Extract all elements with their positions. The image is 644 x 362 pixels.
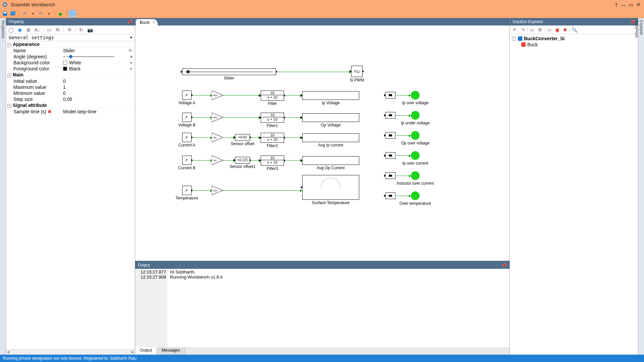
tab-close-icon[interactable]: × xyxy=(153,20,156,25)
collapse-icon[interactable]: − xyxy=(512,37,516,41)
sol-tool-newfolder-icon[interactable]: ▭ xyxy=(528,26,536,34)
pin-icon[interactable]: 📌 xyxy=(501,263,507,268)
block-gain-cb[interactable]: 8x xyxy=(212,156,223,165)
block-temperature[interactable]: ↗ xyxy=(182,186,192,195)
section-appearance[interactable]: −Appearance xyxy=(6,41,135,48)
pin-icon[interactable]: 📌 xyxy=(127,19,132,24)
sol-tool-search-icon[interactable]: 🔍 xyxy=(571,26,578,34)
undo-menu-icon[interactable]: ▾ xyxy=(29,10,37,17)
block-filter1[interactable]: 10s + 10 xyxy=(261,113,284,123)
prop-step-value[interactable]: 0.05 xyxy=(63,97,135,102)
block-sipwm[interactable]: ⊓⊔ xyxy=(351,66,363,77)
sol-tool-fwd-icon[interactable]: ↷ xyxy=(519,26,527,34)
prop-fg-value[interactable]: Black xyxy=(63,66,135,71)
block-led-src-5[interactable] xyxy=(385,192,395,199)
side-tab-datapeek[interactable]: DataPeek xyxy=(634,20,639,350)
collapse-icon[interactable]: − xyxy=(7,73,11,77)
tree-project[interactable]: − 🟦 BuckConverter_Si xyxy=(511,36,637,42)
prop-tool-camera-icon[interactable]: 📷 xyxy=(86,26,94,34)
collapse-icon[interactable]: − xyxy=(7,43,11,47)
block-ip-voltage-display[interactable] xyxy=(302,91,359,100)
sol-tool-back-icon[interactable]: ↶ xyxy=(511,26,519,34)
block-led-src-1[interactable] xyxy=(385,112,395,119)
block-gain-a[interactable]: 42x xyxy=(212,90,223,100)
block-op-voltage-display[interactable] xyxy=(302,113,359,122)
prop-bg-value[interactable]: White xyxy=(63,60,135,65)
block-filter2[interactable]: 10s + 10 xyxy=(261,133,284,143)
prop-name-value[interactable]: Slider👁 xyxy=(63,48,135,53)
redo-menu-icon[interactable]: ▾ xyxy=(45,10,53,17)
undo-icon[interactable]: ↶ xyxy=(21,10,29,17)
output-tab-output[interactable]: Output xyxy=(135,347,157,355)
maximize-button[interactable]: ▭ xyxy=(627,1,635,8)
block-sensor-offset[interactable]: +0.03 xyxy=(235,134,250,141)
eye-icon[interactable]: 👁 xyxy=(128,48,133,53)
scope-mode-icon[interactable] xyxy=(69,10,76,17)
side-tab-properties[interactable]: Properties xyxy=(1,20,5,350)
block-led-src-0[interactable] xyxy=(385,92,395,99)
save-icon[interactable] xyxy=(1,10,9,17)
block-filter3[interactable]: 10s + 10 xyxy=(261,156,284,166)
led-ip-over-voltage[interactable] xyxy=(411,91,420,100)
prop-tool-page-icon[interactable]: ▭ xyxy=(45,26,53,34)
block-gain-ca[interactable]: 8x xyxy=(212,133,223,142)
led-ip-over-current[interactable] xyxy=(411,151,420,160)
block-gain-b[interactable]: 42x xyxy=(212,113,223,122)
block-led-src-2[interactable] xyxy=(385,132,395,139)
prop-sampletime-value[interactable]: Model step-time xyxy=(63,109,135,114)
redo-icon[interactable]: ↷ xyxy=(37,10,45,17)
block-avg-op-display[interactable] xyxy=(302,156,359,165)
sol-tool-add-icon[interactable]: ▭ xyxy=(545,26,553,34)
upload-icon[interactable]: ⭱ xyxy=(612,1,620,8)
block-slider[interactable] xyxy=(182,68,276,75)
output-body[interactable]: 12:15:27.877 12:15:27.908 Hi Siddharth, … xyxy=(135,269,509,347)
led-op-over-voltage[interactable] xyxy=(411,131,420,140)
block-surface-temp-gauge[interactable] xyxy=(302,175,359,200)
sol-tool-collapse-icon[interactable]: ▣ xyxy=(553,26,561,34)
prop-tool-refresh-icon[interactable]: ↻ xyxy=(77,26,85,34)
prop-init-value[interactable]: 0 xyxy=(63,78,135,84)
prop-tool-sort-icon[interactable]: A↓ xyxy=(34,26,41,34)
tab-buck[interactable]: Buck× xyxy=(136,19,158,25)
prop-tool-1[interactable]: ◯ xyxy=(7,26,15,34)
led-inductor-over-current[interactable] xyxy=(411,171,420,180)
sol-tool-remove-icon[interactable]: ✖ xyxy=(561,26,569,34)
minimize-button[interactable]: — xyxy=(620,1,627,8)
save-all-icon[interactable] xyxy=(9,10,17,17)
label-surface-temp: Surface Temperature xyxy=(312,200,350,205)
sol-tool-newfile-icon[interactable]: ⧉ xyxy=(536,26,544,34)
block-voltage-b[interactable]: ↗ xyxy=(182,113,192,122)
prop-tool-categorize-icon[interactable]: ⊞ xyxy=(25,26,32,34)
prop-min-label: Minimum value xyxy=(6,90,63,96)
block-led-src-4[interactable] xyxy=(385,172,395,179)
model-canvas[interactable]: Slider ⊓⊔ Si PWM ↗ Voltage A 42x 10s + 1… xyxy=(135,25,509,261)
section-signal[interactable]: −Signal attribute xyxy=(6,102,135,109)
output-tab-messages[interactable]: Messages xyxy=(157,347,185,355)
prop-tool-copy-icon[interactable]: ⧉ xyxy=(54,26,61,34)
block-current-a[interactable]: ↗ xyxy=(182,133,192,142)
close-button[interactable]: ✕ xyxy=(635,1,642,8)
block-led-src-3[interactable] xyxy=(385,152,395,159)
prop-tool-link-icon[interactable]: ⟲ xyxy=(66,26,73,34)
block-avg-ip-display[interactable] xyxy=(302,133,359,142)
side-tab-toolbox[interactable]: ToolBox xyxy=(0,20,1,350)
block-gain-temp[interactable]: 12x xyxy=(212,186,223,195)
prop-min-value[interactable]: 0 xyxy=(63,90,135,96)
prop-max-value[interactable]: 1 xyxy=(63,84,135,90)
block-filter[interactable]: 10s + 10 xyxy=(261,90,284,101)
run-button[interactable]: ▶ xyxy=(57,10,64,17)
tree-model[interactable]: 🟥 Buck xyxy=(511,42,637,48)
prop-angle-slider[interactable]: −+ xyxy=(63,54,135,59)
solution-tree[interactable]: − 🟦 BuckConverter_Si 🟥 Buck xyxy=(510,34,638,355)
side-tab-explorer[interactable]: Explorer xyxy=(639,20,644,350)
block-sensor-offset1[interactable]: +0.125 xyxy=(235,157,250,164)
property-combo[interactable]: General settings xyxy=(6,34,135,41)
led-over-temperature[interactable] xyxy=(411,191,420,200)
section-main[interactable]: −Main xyxy=(6,72,135,78)
collapse-icon[interactable]: − xyxy=(7,104,11,108)
property-hscroll[interactable]: <> xyxy=(6,349,135,355)
block-voltage-a[interactable]: ↗ xyxy=(182,90,192,100)
led-ip-under-voltage[interactable] xyxy=(411,111,420,120)
prop-tool-target-icon[interactable]: ◉ xyxy=(16,26,23,34)
block-current-b[interactable]: ↗ xyxy=(182,156,192,165)
